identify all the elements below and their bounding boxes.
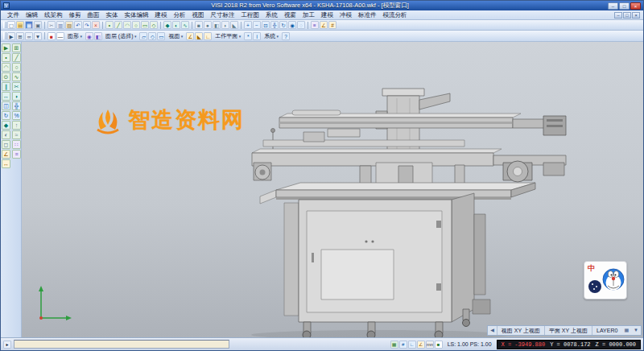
layer-lock-icon[interactable]: ◧ bbox=[94, 32, 102, 40]
command-input[interactable] bbox=[14, 340, 229, 349]
sb-fillet-icon[interactable]: ◗ bbox=[12, 92, 21, 101]
boolean-icon[interactable]: ◧ bbox=[213, 21, 221, 29]
toolbar-group-views[interactable]: 视图 bbox=[166, 31, 185, 41]
save-icon[interactable]: ▦ bbox=[25, 21, 33, 29]
fillet-icon[interactable]: ◗ bbox=[221, 21, 229, 29]
view-front-icon[interactable]: ▱ bbox=[139, 32, 147, 40]
machine-model[interactable] bbox=[22, 42, 643, 337]
select-chain-icon[interactable]: ∞ bbox=[25, 32, 33, 40]
menu-solid[interactable]: 实体 bbox=[103, 11, 122, 19]
viewport-3d[interactable]: 智造资料网 中 bbox=[22, 42, 643, 337]
sb-point-icon[interactable]: • bbox=[2, 53, 10, 62]
toolbar-icon[interactable] bbox=[102, 22, 103, 29]
sb-select-icon[interactable]: ▶ bbox=[2, 43, 10, 52]
solid-box-icon[interactable]: ■ bbox=[195, 21, 203, 29]
close-button[interactable]: × bbox=[630, 2, 641, 10]
dock-grid-icon[interactable]: ▦ bbox=[621, 326, 631, 335]
workplane-status[interactable]: 平面 XY 上视图 bbox=[544, 326, 592, 335]
sb-mirror-icon[interactable]: ◫ bbox=[2, 101, 10, 110]
arc-icon[interactable]: ◠ bbox=[123, 21, 131, 29]
view-iso-icon[interactable]: ◇ bbox=[148, 32, 156, 40]
wireframe-view-icon[interactable]: ◌ bbox=[297, 21, 305, 29]
selection-filter-icon[interactable]: ▼ bbox=[34, 32, 42, 40]
minimize-button[interactable]: – bbox=[608, 2, 618, 10]
workplane-xy-icon[interactable]: ∠ bbox=[186, 32, 194, 40]
toolbar-group-system[interactable]: 系统 bbox=[262, 31, 281, 41]
rectangle-icon[interactable]: ▭ bbox=[141, 21, 149, 29]
sb-line-icon[interactable]: ╱ bbox=[12, 53, 21, 62]
polygon-icon[interactable]: ◇ bbox=[150, 21, 158, 29]
sb-layers-icon[interactable]: ≡ bbox=[12, 150, 21, 159]
layers-icon[interactable]: ≡ bbox=[311, 21, 319, 29]
solid-cylinder-icon[interactable]: ● bbox=[204, 21, 212, 29]
toolbar-icon[interactable] bbox=[160, 22, 161, 29]
settings-icon[interactable]: * bbox=[244, 32, 252, 40]
sb-spline-icon[interactable]: ∿ bbox=[12, 72, 21, 81]
menu-progress-die[interactable]: 冲模 bbox=[336, 11, 355, 19]
maximize-button[interactable]: □ bbox=[619, 2, 630, 10]
mdi-close-button[interactable]: × bbox=[632, 12, 640, 19]
linetype-icon[interactable]: — bbox=[56, 32, 64, 40]
menu-solid-edit[interactable]: 实体编辑 bbox=[122, 11, 152, 19]
units-indicator-icon[interactable]: mm bbox=[426, 341, 434, 349]
select-icon[interactable]: ▶ bbox=[7, 32, 15, 40]
menu-system[interactable]: 系统 bbox=[262, 11, 281, 19]
undo-icon[interactable]: ↶ bbox=[74, 21, 82, 29]
delete-icon[interactable]: × bbox=[92, 21, 100, 29]
mdi-restore-button[interactable]: □ bbox=[623, 12, 631, 19]
toolbar-icon[interactable] bbox=[44, 32, 45, 39]
copy-icon[interactable]: ▥ bbox=[56, 21, 64, 29]
zoom-fit-icon[interactable]: ⊡ bbox=[262, 21, 270, 29]
select-window-icon[interactable]: ⊞ bbox=[16, 32, 24, 40]
view-status[interactable]: 视图 XY 上视图 bbox=[497, 326, 544, 335]
menu-analysis[interactable]: 分析 bbox=[171, 11, 189, 19]
workplane-origin-icon[interactable]: ∟ bbox=[204, 32, 212, 40]
toolbar-icon[interactable] bbox=[192, 22, 192, 29]
sb-trim-icon[interactable]: ✂ bbox=[12, 82, 21, 91]
dock-expand-icon[interactable]: ▼ bbox=[631, 326, 641, 335]
menu-standard-parts[interactable]: 标准件 bbox=[355, 11, 380, 19]
ortho-toggle-icon[interactable]: ∟ bbox=[408, 341, 416, 349]
revolve-surface-icon[interactable]: ◐ bbox=[172, 21, 180, 29]
workplane-align-icon[interactable]: ◣ bbox=[195, 32, 203, 40]
line-icon[interactable]: ╱ bbox=[114, 21, 122, 29]
wcs-icon[interactable]: ∠ bbox=[320, 21, 328, 29]
view-top-icon[interactable]: ▭ bbox=[157, 32, 165, 40]
cut-icon[interactable]: ✂ bbox=[47, 21, 56, 29]
menu-surface[interactable]: 曲面 bbox=[85, 11, 103, 19]
menu-wireframe[interactable]: 线架构 bbox=[41, 11, 66, 19]
pan-icon[interactable]: ╬ bbox=[270, 21, 279, 29]
zoom-in-icon[interactable]: + bbox=[244, 21, 252, 29]
menu-mould-modeling[interactable]: 建模 bbox=[318, 11, 336, 19]
sb-arc-icon[interactable]: ◠ bbox=[2, 63, 10, 72]
sb-extend-icon[interactable]: ↔ bbox=[2, 92, 10, 101]
menu-view[interactable]: 视图 bbox=[189, 11, 208, 19]
sb-revolve-icon[interactable]: ◐ bbox=[2, 130, 10, 139]
system-info-icon[interactable]: i bbox=[253, 32, 261, 40]
grid-toggle-icon[interactable]: # bbox=[399, 341, 407, 349]
menu-drafting[interactable]: 工程图 bbox=[238, 11, 263, 19]
sweep-surface-icon[interactable]: ∿ bbox=[181, 21, 189, 29]
sb-move-icon[interactable]: ╬ bbox=[12, 101, 21, 110]
sb-circle-icon[interactable]: ○ bbox=[12, 63, 21, 72]
toolbar-group-graphics[interactable]: 图形 bbox=[65, 31, 85, 41]
chamfer-icon[interactable]: ◣ bbox=[230, 21, 238, 29]
zoom-out-icon[interactable]: − bbox=[253, 21, 261, 29]
sb-measure-icon[interactable]: ∠ bbox=[2, 150, 10, 159]
menu-dimension[interactable]: 尺寸标注 bbox=[208, 11, 238, 19]
layer-color-indicator-icon[interactable]: ■ bbox=[435, 341, 443, 349]
menu-trim[interactable]: 修剪 bbox=[66, 11, 85, 19]
redo-icon[interactable]: ↷ bbox=[83, 21, 91, 29]
point-icon[interactable]: • bbox=[105, 21, 114, 29]
sb-rotate-icon[interactable]: ↻ bbox=[2, 111, 10, 120]
toolbar-group-layers[interactable]: 图层 (选择) bbox=[103, 31, 139, 41]
shaded-view-icon[interactable]: ◉ bbox=[288, 21, 296, 29]
toolbar-icon[interactable] bbox=[308, 22, 308, 29]
surface-icon[interactable]: ◆ bbox=[163, 21, 171, 29]
sb-shell-icon[interactable]: ◻ bbox=[2, 140, 10, 149]
layer-status[interactable]: LAYER0 bbox=[592, 326, 621, 335]
print-icon[interactable]: ▣ bbox=[34, 21, 42, 29]
menu-window[interactable]: 视窗 bbox=[281, 11, 299, 19]
toolbar-group-workplane[interactable]: 工作平面 bbox=[213, 31, 243, 41]
open-file-icon[interactable]: ▤ bbox=[16, 21, 24, 29]
